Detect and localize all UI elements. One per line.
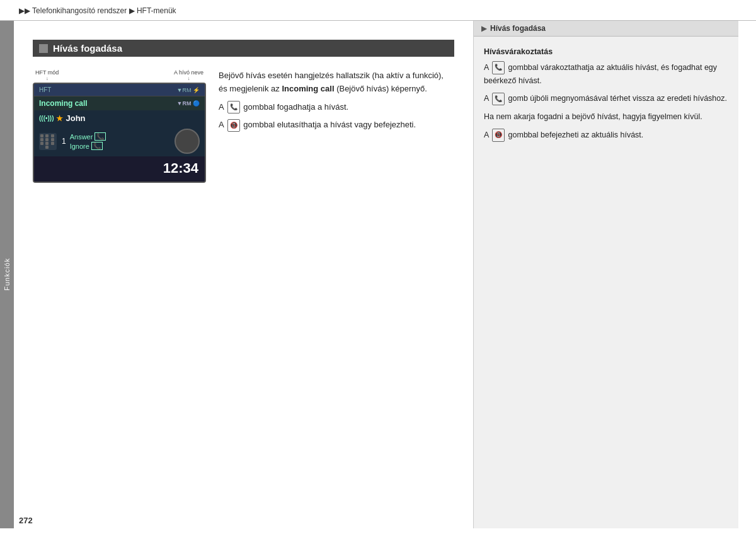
- phone-keypad: [39, 133, 57, 150]
- right-para-1: A 📞 gombbal várakoztathatja az aktuális …: [484, 61, 728, 88]
- subsection-title: Hívásvárakoztatás: [484, 45, 728, 59]
- section-heading-text: Hívás fogadása: [53, 43, 122, 54]
- right-phone-icon-1: 📞: [492, 61, 505, 74]
- incoming-call-row: Incoming call ▼RM 🔵: [34, 96, 205, 110]
- side-tab: Funkciók: [0, 21, 14, 528]
- right-para-4: A 📵 gombbal befejezheti az aktuális hívá…: [484, 129, 728, 142]
- ignore-text: Ignore: [70, 142, 89, 150]
- caller-name: John: [66, 113, 85, 123]
- ignore-option: Ignore 📞: [70, 142, 106, 150]
- breadcrumb-text: ▶▶ Telefonkihangosító rendszer ▶ HFT-men…: [19, 6, 176, 15]
- right-content: Hívásvárakoztatás A 📞 gombbal várakoztat…: [474, 37, 738, 156]
- annotation-caller: A hívó neve ↓: [174, 69, 203, 81]
- star-icon: ★: [56, 114, 63, 123]
- right-panel: ▶ Hívás fogadása Hívásvárakoztatás A 📞 g…: [474, 21, 738, 528]
- desc-para-2: A 📞 gombbal fogadhatja a hívást.: [219, 101, 454, 114]
- ignore-phone-icon: 📞: [91, 142, 103, 150]
- screen-container: HFT mód ↓ A hívó neve ↓ HFT ▼RM: [33, 69, 206, 183]
- caller-row: (((•))) ★ John: [34, 110, 205, 126]
- right-section-heading: ▶ Hívás fogadása: [474, 21, 738, 37]
- phone-icon-answer: 📞: [227, 101, 240, 113]
- screen-area: HFT mód ↓ A hívó neve ↓ HFT ▼RM: [33, 69, 454, 183]
- desc-para-3: A 📵 gombbal elutasíthatja a hívást vagy …: [219, 119, 454, 132]
- signal-icons: ▼RM ⚡: [177, 87, 200, 93]
- answer-phone-icon: 📞: [94, 132, 106, 141]
- status-icons: ▼RM 🔵: [177, 100, 200, 107]
- phone-icon-reject: 📵: [227, 119, 240, 132]
- right-para-3: Ha nem akarja fogadni a bejövő hívást, h…: [484, 110, 728, 124]
- desc-para-1: Bejövő hívás esetén hangjelzés hallatszi…: [219, 69, 454, 96]
- phone-options-row: 1 Answer 📞 Ignore 📞: [34, 126, 205, 156]
- hft-mode-text: HFT: [39, 86, 51, 93]
- incoming-call-text: Incoming call: [39, 99, 88, 108]
- answer-option: Answer 📞: [70, 132, 106, 141]
- breadcrumb-separator: ▶: [129, 6, 137, 15]
- phone-time: 12:34: [34, 156, 205, 182]
- answer-text: Answer: [70, 133, 93, 141]
- right-section-icon: ▶: [481, 25, 486, 33]
- right-phone-icon-2: 📞: [492, 93, 505, 106]
- page-wrapper: ▶▶ Telefonkihangosító rendszer ▶ HFT-men…: [0, 0, 756, 534]
- answer-ignore-options: Answer 📞 Ignore 📞: [70, 132, 106, 150]
- description-text: Bejövő hívás esetén hangjelzés hallatszi…: [219, 69, 454, 183]
- page-number: 272: [19, 516, 33, 525]
- caller-avatar: [175, 129, 200, 154]
- phone-screen: HFT ▼RM ⚡ Incoming call ▼RM 🔵 (((•))) ★: [33, 83, 206, 183]
- right-para-2: A 📞 gomb újbóli megnyomásával térhet vis…: [484, 92, 728, 105]
- left-panel: Hívás fogadása HFT mód ↓ A hívó neve ↓: [14, 21, 474, 528]
- section-heading-icon: [39, 44, 48, 53]
- section-heading: Hívás fogadása: [33, 40, 454, 57]
- phone-screen-header: HFT ▼RM ⚡: [34, 84, 205, 96]
- side-tab-label: Funkciók: [3, 258, 11, 291]
- annotation-row: HFT mód ↓ A hívó neve ↓: [33, 69, 206, 81]
- right-phone-icon-3: 📵: [492, 129, 505, 142]
- annotation-hft: HFT mód ↓: [35, 69, 59, 81]
- breadcrumb-bar: ▶▶ Telefonkihangosító rendszer ▶ HFT-men…: [0, 0, 756, 21]
- number-one: 1: [62, 137, 66, 146]
- right-section-title: Hívás fogadása: [490, 24, 546, 33]
- wave-icon: (((•))): [39, 115, 54, 122]
- main-content: Funkciók Hívás fogadása HFT mód ↓: [0, 21, 756, 528]
